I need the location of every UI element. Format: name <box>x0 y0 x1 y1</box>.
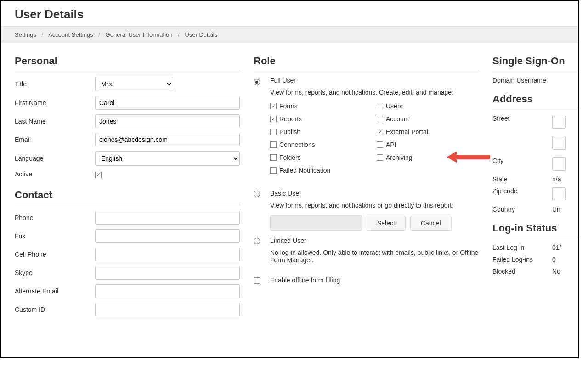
alt-email-label: Alternate Email <box>15 287 95 295</box>
blocked-value: No <box>552 268 579 275</box>
address-section-title: Address <box>492 93 579 108</box>
first-name-input[interactable] <box>95 96 240 110</box>
custom-id-label: Custom ID <box>15 306 95 313</box>
personal-section-title: Personal <box>15 55 240 70</box>
perm-label: Connections <box>279 141 315 148</box>
blocked-label: Blocked <box>492 268 552 275</box>
failed-logins-value: 0 <box>552 256 579 263</box>
street-input-2[interactable] <box>552 136 566 150</box>
perm-label: External Portal <box>386 128 428 135</box>
country-label: Country <box>492 206 552 213</box>
custom-id-input[interactable] <box>95 303 240 316</box>
basic-user-label: Basic User <box>270 190 479 197</box>
active-label: Active <box>15 170 95 178</box>
perm-label: Failed Notification <box>279 167 330 174</box>
sso-section-title: Single Sign-On <box>492 55 579 70</box>
breadcrumb-sep: / <box>42 31 44 38</box>
fax-input[interactable] <box>95 229 240 243</box>
breadcrumb-item: User Details <box>185 31 217 38</box>
language-select[interactable]: English <box>95 151 240 166</box>
perm-checkbox-archiving[interactable] <box>377 154 383 161</box>
street-label: Street <box>492 115 552 129</box>
state-value[interactable]: n/a <box>552 175 579 183</box>
street-input[interactable] <box>552 115 566 129</box>
breadcrumb-item[interactable]: General User Information <box>106 31 173 38</box>
last-login-value: 01/ <box>552 244 579 251</box>
city-label: City <box>492 157 552 171</box>
country-value[interactable]: Un <box>552 206 579 213</box>
email-input[interactable] <box>95 133 240 146</box>
perm-checkbox-reports[interactable] <box>270 116 277 122</box>
first-name-label: First Name <box>15 99 95 107</box>
perm-label: Archiving <box>386 154 413 161</box>
perm-checkbox-account[interactable] <box>377 116 383 122</box>
perm-checkbox-external-portal[interactable] <box>377 129 383 135</box>
alt-email-input[interactable] <box>95 284 240 298</box>
active-checkbox[interactable] <box>95 172 102 178</box>
failed-logins-label: Failed Log-ins <box>492 256 552 263</box>
breadcrumb: Settings / Account Settings / General Us… <box>1 26 578 43</box>
email-label: Email <box>15 136 95 143</box>
select-button[interactable]: Select <box>367 216 406 231</box>
perm-label: Folders <box>279 154 301 161</box>
last-name-label: Last Name <box>15 118 95 125</box>
perm-checkbox-api[interactable] <box>377 141 383 148</box>
perm-label: Account <box>386 115 409 123</box>
offline-label: Enable offline form filling <box>270 276 479 284</box>
perm-label: API <box>386 141 396 148</box>
basic-user-desc: View forms, reports, and notifications o… <box>270 202 479 209</box>
contact-section-title: Contact <box>15 189 240 204</box>
perm-checkbox-forms[interactable] <box>270 103 277 109</box>
cell-phone-label: Cell Phone <box>15 251 95 258</box>
limited-user-desc: No log-in allowed. Only able to interact… <box>270 249 479 264</box>
report-display <box>270 215 362 231</box>
breadcrumb-item[interactable]: Account Settings <box>48 31 93 38</box>
perm-checkbox-failed-notification[interactable] <box>270 167 277 174</box>
state-label: State <box>492 175 552 183</box>
perm-checkbox-connections[interactable] <box>270 141 277 148</box>
breadcrumb-sep: / <box>178 31 180 38</box>
last-name-input[interactable] <box>95 114 240 128</box>
offline-checkbox[interactable] <box>254 277 260 284</box>
city-input[interactable] <box>552 157 566 171</box>
domain-username-label: Domain Username <box>492 77 552 84</box>
perm-checkbox-folders[interactable] <box>270 154 277 161</box>
zip-label: Zip-code <box>492 187 552 201</box>
title-label: Title <box>15 80 95 88</box>
zip-input[interactable] <box>552 187 566 201</box>
phone-input[interactable] <box>95 211 240 225</box>
cancel-button[interactable]: Cancel <box>410 216 452 231</box>
skype-input[interactable] <box>95 266 240 280</box>
last-login-label: Last Log-in <box>492 244 552 251</box>
limited-user-label: Limited User <box>270 237 479 244</box>
login-status-section-title: Log-in Status <box>492 222 579 237</box>
perm-label: Users <box>386 102 403 110</box>
perm-label: Forms <box>279 102 298 110</box>
phone-label: Phone <box>15 214 95 221</box>
perm-checkbox-users[interactable] <box>377 103 383 109</box>
skype-label: Skype <box>15 269 95 276</box>
limited-user-radio[interactable] <box>254 238 260 244</box>
perm-label: Reports <box>279 115 302 123</box>
full-user-radio[interactable] <box>254 79 260 85</box>
role-section-title: Role <box>254 55 479 70</box>
fax-label: Fax <box>15 232 95 240</box>
page-title: User Details <box>15 7 564 22</box>
perm-checkbox-publish[interactable] <box>270 129 277 135</box>
language-label: Language <box>15 155 95 162</box>
title-select[interactable]: Mrs. <box>95 77 173 91</box>
perm-label: Publish <box>279 128 300 135</box>
cell-phone-input[interactable] <box>95 248 240 261</box>
breadcrumb-sep: / <box>98 31 100 38</box>
full-user-label: Full User <box>270 77 479 84</box>
full-user-desc: View forms, reports, and notifications. … <box>270 89 479 96</box>
breadcrumb-item[interactable]: Settings <box>15 31 36 38</box>
basic-user-radio[interactable] <box>254 191 260 197</box>
